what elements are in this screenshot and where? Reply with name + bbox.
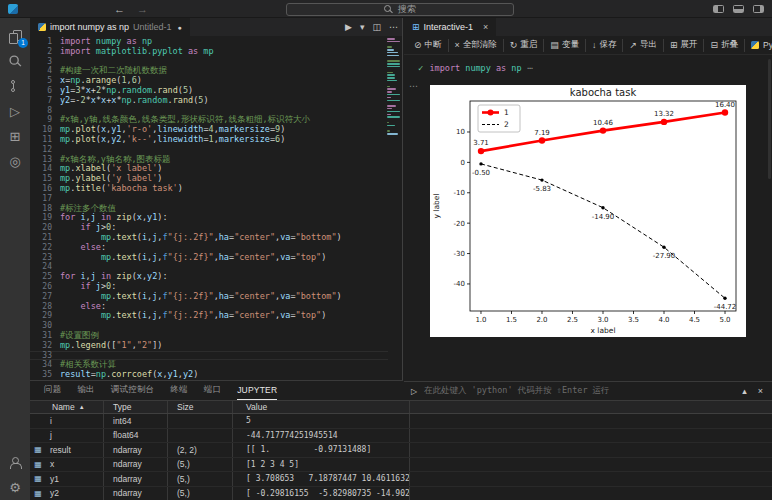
code-line: 32mp.legend(["1","2"]): [30, 341, 388, 351]
scrollbar[interactable]: [768, 59, 771, 179]
toolbar-icon: ↻: [510, 40, 518, 50]
toggle-secondary-sidebar-icon[interactable]: [753, 5, 764, 13]
extensions-icon[interactable]: ⊞: [0, 124, 30, 149]
tab-untitled-1[interactable]: import numpy as np Untitled-1 ●: [30, 18, 191, 36]
toggle-primary-sidebar-icon[interactable]: [713, 5, 724, 13]
variable-size: [168, 414, 233, 428]
toolbar-icon: ⊘: [414, 40, 422, 50]
data-viewer-icon[interactable]: ▦: [30, 443, 46, 457]
panel-tab-输出[interactable]: 输出: [77, 381, 94, 400]
cell-more-icon[interactable]: ⋯: [528, 63, 533, 73]
cell-gutter-more-icon[interactable]: ⋯: [409, 81, 418, 91]
variable-size: [168, 429, 233, 443]
svg-text:2.5: 2.5: [567, 316, 578, 324]
toolbar-button-保存[interactable]: ↓保存: [586, 39, 624, 52]
toolbar-button-折叠[interactable]: ⊟折叠: [704, 39, 745, 52]
code-editor[interactable]: 1import numpy as np2import matplotlib.py…: [30, 36, 388, 380]
panel-tab-调试控制台[interactable]: 调试控制台: [111, 381, 155, 400]
variable-name: y1: [46, 472, 104, 486]
svg-text:3.0: 3.0: [597, 316, 608, 324]
toolbar-button-变量[interactable]: ▤变量: [544, 39, 586, 52]
close-panel-icon[interactable]: ×: [758, 386, 763, 396]
svg-text:-40: -40: [454, 280, 465, 288]
toggle-panel-icon[interactable]: [733, 5, 744, 13]
column-header-type[interactable]: Type: [104, 401, 168, 413]
tab-title: import numpy as np: [50, 22, 129, 32]
svg-text:4.0: 4.0: [658, 316, 669, 324]
svg-text:2.0: 2.0: [536, 316, 547, 324]
python-env-icon: [751, 41, 759, 49]
variable-row-x[interactable]: ▦ x ndarray (5,) [1 2 3 4 5]: [30, 458, 772, 473]
svg-text:10.46: 10.46: [593, 119, 614, 127]
column-header-name[interactable]: Name▲: [46, 401, 104, 413]
variable-row-i[interactable]: i int64 5: [30, 414, 772, 429]
run-dropdown-caret-icon[interactable]: ▾: [360, 22, 365, 32]
svg-text:3.5: 3.5: [628, 316, 639, 324]
run-file-icon[interactable]: ▶: [345, 22, 352, 32]
activity-bar: 1 ▷ ⊞ ◎ ⚙: [0, 18, 30, 500]
panel-tab-终端[interactable]: 终端: [170, 381, 187, 400]
toolbar-icon: ⊟: [710, 40, 718, 50]
toolbar-button-中断[interactable]: ⊘中断: [408, 39, 449, 52]
svg-text:10: 10: [456, 128, 465, 136]
code-line: 23 mp.text(i,j,f"{j:.2f}",ha="center",va…: [30, 253, 388, 263]
explorer-icon[interactable]: 1: [0, 24, 30, 49]
more-actions-icon[interactable]: ⋯: [389, 22, 398, 32]
maximize-panel-icon[interactable]: ▴: [742, 386, 747, 396]
variable-type: ndarray: [104, 487, 168, 500]
close-tab-icon[interactable]: ×: [483, 22, 488, 32]
code-input[interactable]: 在此处键入 'python' 代码并按 ⇧Enter 运行: [424, 385, 733, 397]
search-sidebar-icon[interactable]: [0, 49, 30, 74]
notification-badge: 1: [18, 38, 28, 48]
executed-cell[interactable]: ✓ import numpy as np ⋯: [418, 61, 772, 75]
toolbar-button-全部清除[interactable]: ×全部清除: [449, 39, 504, 52]
jupyter-icon[interactable]: ◎: [0, 149, 30, 174]
variable-value: [[ 1. -0.97131488]: [233, 443, 410, 457]
panel-tab-端口[interactable]: 端口: [204, 381, 221, 400]
variable-row-result[interactable]: ▦ result ndarray (2, 2) [[ 1. -0.9713148…: [30, 443, 772, 458]
column-header-value[interactable]: Value: [233, 401, 410, 413]
tab-interactive-1[interactable]: ⊞ Interactive-1 ×: [404, 18, 497, 36]
code-line: 29 mp.text(i,j,f"{j:.2f}",ha="center",va…: [30, 311, 388, 321]
panel-tab-bar: 问题输出调试控制台终端端口JUPYTER: [30, 380, 403, 400]
column-header-size[interactable]: Size: [168, 401, 233, 413]
data-viewer-icon[interactable]: ▦: [30, 458, 46, 472]
row-icon-empty: [30, 414, 46, 428]
forward-icon[interactable]: →: [137, 3, 148, 15]
variable-size: (2, 2): [168, 443, 233, 457]
source-control-icon[interactable]: [0, 74, 30, 99]
split-editor-icon[interactable]: ◫: [372, 22, 381, 32]
variable-row-y2[interactable]: ▦ y2 ndarray (5,) [ -0.29816155 -5.82980…: [30, 487, 772, 500]
code-line: 16mp.title('kabocha task'): [30, 184, 388, 194]
toolbar-button-展开[interactable]: ⊞展开: [664, 39, 705, 52]
svg-text:16.40: 16.40: [715, 101, 735, 109]
kernel-picker[interactable]: Python 3.9.6: [745, 39, 772, 52]
svg-text:-5.83: -5.83: [533, 185, 551, 193]
panel-tab-JUPYTER[interactable]: JUPYTER: [237, 381, 277, 400]
run-debug-icon[interactable]: ▷: [0, 99, 30, 124]
panel-tab-问题[interactable]: 问题: [44, 381, 61, 400]
settings-gear-icon[interactable]: ⚙: [0, 475, 30, 500]
back-icon[interactable]: ←: [114, 3, 125, 15]
tab-title: Interactive-1: [424, 22, 474, 32]
data-viewer-icon[interactable]: ▦: [30, 487, 46, 500]
variable-name: i: [46, 414, 104, 428]
run-input-icon[interactable]: ▷: [404, 387, 424, 396]
svg-text:7.19: 7.19: [534, 129, 550, 137]
svg-text:1.5: 1.5: [506, 316, 517, 324]
variable-row-j[interactable]: j float64 -44.717774251945514: [30, 429, 772, 444]
svg-text:13.32: 13.32: [654, 110, 674, 118]
toolbar-button-导出[interactable]: ↗导出: [623, 39, 664, 52]
code-line: 11mp.plot(x,y2,'k--',linewidth=1,markers…: [30, 135, 388, 145]
svg-text:2: 2: [504, 120, 509, 129]
minimap[interactable]: [387, 38, 401, 136]
toolbar-button-重启[interactable]: ↻重启: [504, 39, 545, 52]
command-center-search[interactable]: 搜索: [286, 3, 514, 16]
svg-text:-0.50: -0.50: [472, 169, 490, 177]
accounts-icon[interactable]: [0, 450, 30, 475]
variable-row-y1[interactable]: ▦ y1 ndarray (5,) [ 3.708653 7.18787447 …: [30, 472, 772, 487]
code-line: 2import matplotlib.pyplot as mp: [30, 47, 388, 57]
data-viewer-icon[interactable]: ▦: [30, 472, 46, 486]
tab-description: Untitled-1: [133, 22, 172, 32]
code-line: 35result=np.corrcoef(x,y1,y2): [30, 370, 388, 380]
